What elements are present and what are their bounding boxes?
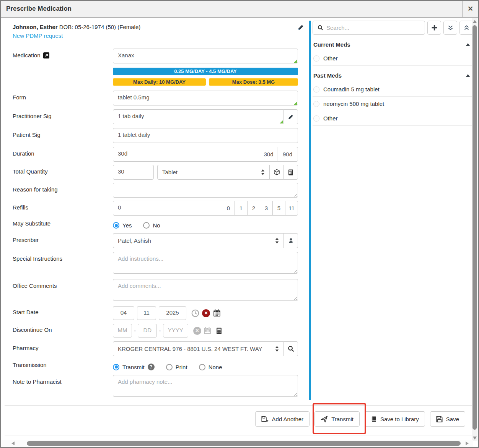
total-quantity-label: Total Quantity (13, 165, 113, 175)
medication-label: Medication (13, 49, 113, 58)
paper-plane-icon (321, 416, 328, 423)
practitioner-sig-input[interactable]: 1 tab daily (113, 109, 284, 124)
current-med-item-other[interactable]: Other (313, 51, 473, 66)
transmission-transmit-radio[interactable] (113, 364, 119, 370)
discontinue-month-input[interactable]: MM (113, 324, 132, 338)
save-button[interactable]: Save (430, 411, 465, 427)
past-med-item-other[interactable]: Other (313, 111, 473, 126)
start-year-input[interactable]: 2025 (159, 306, 186, 320)
duration-quick-90d-button[interactable]: 90d (277, 147, 298, 162)
resize-handle-icon[interactable] (294, 59, 297, 63)
select-arrows-icon (275, 238, 279, 243)
start-date-label: Start Date (13, 306, 113, 315)
plus-icon (431, 24, 438, 31)
edit-sig-button[interactable] (283, 109, 298, 124)
calculator-icon (288, 169, 294, 175)
transmission-print-radio[interactable] (166, 364, 173, 370)
medication-input[interactable]: Xanax (113, 49, 298, 63)
special-instructions-input[interactable]: Add instructions... (113, 252, 298, 274)
close-button[interactable]: ✕ (462, 0, 478, 17)
med-radio[interactable] (313, 101, 319, 107)
expand-all-button[interactable] (443, 21, 457, 35)
patient-header: Johnson, Esther DOB: 05-26-1974 (50) (Fe… (13, 23, 309, 31)
add-another-button[interactable]: Add Another (255, 411, 310, 427)
substitute-yes-radio[interactable] (113, 222, 119, 229)
start-date-calendar-button[interactable] (213, 309, 221, 317)
resize-handle-icon[interactable] (280, 120, 283, 123)
scroll-left-icon[interactable] (11, 442, 15, 445)
scroll-right-icon[interactable] (466, 442, 469, 445)
pharmacy-select[interactable]: KROGER CENTRAL 976 - 8801 U.S. 24 WEST F… (113, 341, 284, 356)
meds-sidebar: Search... Current Meds (313, 21, 473, 126)
scroll-up-icon[interactable] (473, 20, 477, 23)
horizontal-scrollbar[interactable] (2, 440, 473, 446)
scroll-down-icon[interactable] (473, 437, 477, 440)
past-med-item[interactable]: neomycin 500 mg tablet (313, 97, 473, 111)
prescriber-label: Prescriber (13, 233, 113, 243)
discontinue-year-input[interactable]: YYYY (163, 324, 188, 338)
current-meds-header[interactable]: Current Meds (313, 40, 473, 51)
office-comments-input[interactable]: Add comments... (113, 279, 298, 301)
pharmacy-note-input[interactable]: Add pharmacy note... (113, 375, 298, 397)
refills-quick-0-button[interactable]: 0 (222, 201, 235, 216)
resize-handle-icon[interactable] (293, 296, 297, 300)
resize-handle-icon[interactable] (293, 392, 297, 396)
select-arrows-icon (275, 346, 279, 352)
refills-input[interactable]: 0 (113, 201, 222, 216)
search-icon (288, 346, 294, 352)
start-month-input[interactable]: 04 (113, 306, 134, 320)
clear-start-date-button[interactable]: ✕ (202, 309, 210, 317)
pane-divider (309, 21, 311, 400)
refills-quick-2-button[interactable]: 2 (247, 201, 260, 216)
transmit-button[interactable]: Transmit (314, 411, 360, 427)
collapse-all-button[interactable] (459, 21, 473, 35)
edit-patient-button[interactable] (298, 24, 304, 31)
past-med-item[interactable]: Coumadin 5 mg tablet (313, 82, 473, 97)
horizontal-scroll-thumb[interactable] (27, 441, 461, 446)
reason-input[interactable] (113, 183, 298, 198)
book-icon (371, 416, 377, 422)
quantity-unit-select[interactable]: Tablet (157, 165, 270, 180)
pencil-icon (288, 114, 293, 120)
add-medication-button[interactable] (427, 21, 441, 35)
save-to-library-button[interactable]: Save to Library (365, 411, 425, 427)
resize-handle-icon[interactable] (293, 193, 297, 196)
form-input[interactable]: tablet 0.5mg (113, 91, 298, 106)
transmission-none-radio[interactable] (199, 364, 205, 370)
quantity-calculator-button[interactable] (283, 165, 298, 180)
refills-quick-1-button[interactable]: 1 (235, 201, 248, 216)
start-day-input[interactable]: 11 (137, 306, 156, 320)
refills-quick-5-button[interactable]: 5 (272, 201, 285, 216)
prescriber-select[interactable]: Patel, Ashish (113, 233, 284, 248)
search-input[interactable]: Search... (313, 21, 425, 35)
patient-sig-input[interactable]: 1 tablet daily (113, 128, 298, 143)
duration-input[interactable]: 30d (113, 147, 260, 162)
med-radio[interactable] (313, 115, 319, 122)
external-link-icon (43, 52, 49, 58)
pharmacy-search-button[interactable] (283, 341, 298, 356)
vertical-scrollbar[interactable] (472, 18, 477, 441)
prescriber-lookup-button[interactable] (283, 233, 298, 248)
office-comments-label: Office Comments (13, 279, 113, 289)
package-lookup-button[interactable] (269, 165, 284, 180)
help-icon[interactable]: ? (148, 364, 155, 370)
time-button[interactable] (191, 309, 199, 317)
pdmp-link[interactable]: New PDMP request (13, 32, 63, 39)
med-radio[interactable] (313, 55, 319, 62)
resize-handle-icon[interactable] (293, 269, 297, 273)
clear-discontinue-date-button[interactable]: ✕ (193, 327, 201, 335)
discontinue-day-input[interactable]: DD (138, 324, 157, 338)
resize-handle-icon[interactable] (294, 101, 297, 105)
duration-calc-button[interactable] (216, 328, 222, 334)
med-radio[interactable] (313, 86, 319, 93)
discontinue-calendar-button[interactable] (203, 326, 212, 335)
transmission-label: Transmission (13, 361, 113, 368)
substitute-no-radio[interactable] (143, 222, 150, 229)
date-separator: - (134, 327, 136, 334)
vertical-scroll-thumb[interactable] (472, 25, 477, 430)
duration-quick-30d-button[interactable]: 30d (260, 147, 277, 162)
refills-quick-11-button[interactable]: 11 (285, 201, 298, 216)
past-meds-header[interactable]: Past Meds (313, 71, 473, 82)
quantity-input[interactable]: 30 (113, 165, 154, 180)
refills-quick-3-button[interactable]: 3 (260, 201, 273, 216)
